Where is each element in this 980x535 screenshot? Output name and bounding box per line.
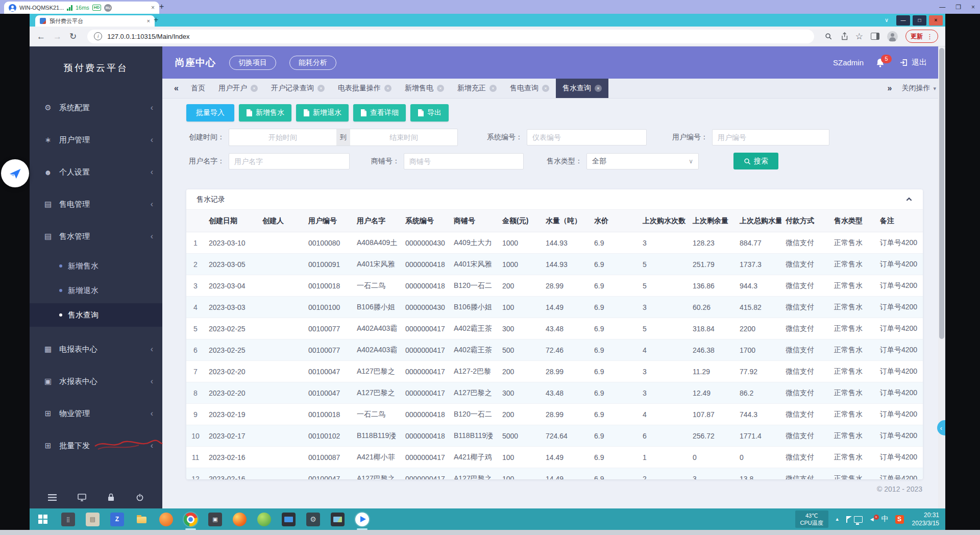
sidebar-item-water-sales[interactable]: ▤售水管理‹ (30, 225, 162, 248)
share-icon[interactable] (840, 32, 848, 40)
tab-close-icon[interactable]: × (542, 85, 549, 92)
monitor-icon[interactable] (78, 494, 86, 501)
browser-maximize-button[interactable]: □ (913, 15, 926, 26)
logout-button[interactable]: 退出 (900, 58, 927, 67)
profile-avatar[interactable] (887, 31, 898, 42)
lock-icon[interactable] (107, 493, 115, 501)
browser-menu-dots-icon[interactable]: ⋮ (926, 33, 933, 40)
address-bar[interactable]: i 127.0.0.1:10315/Main/Index (87, 30, 814, 43)
sidebar-item-system-config[interactable]: ⚙系统配置‹ (30, 96, 162, 119)
table-row[interactable]: 12023-03-1000100080A408A409土0000000430A4… (186, 232, 923, 254)
hamburger-menu-icon[interactable] (48, 494, 57, 501)
todesk-icon[interactable] (355, 513, 369, 526)
browser-close-button[interactable]: × (929, 15, 943, 26)
remote-maximize-button[interactable]: ❐ (955, 4, 961, 11)
reload-button[interactable]: ↻ (69, 32, 77, 41)
collapse-panel-icon[interactable] (905, 196, 913, 203)
table-row[interactable]: 42023-03-0300100100B106滕小姐0000000430B106… (186, 297, 923, 318)
remote-minimize-button[interactable]: — (939, 4, 945, 11)
search-button[interactable]: 搜索 (733, 153, 778, 169)
switch-project-button[interactable]: 切换项目 (229, 56, 276, 70)
ime-indicator[interactable]: 中 (881, 515, 889, 524)
back-button[interactable]: ← (37, 32, 45, 41)
browser-new-tab-button[interactable]: + (154, 15, 158, 25)
batch-import-button[interactable]: 批量导入 (186, 104, 234, 121)
tabs-scroll-right-icon[interactable]: » (882, 84, 898, 93)
remote-close-button[interactable]: × (971, 4, 975, 11)
network-display-icon[interactable] (854, 516, 863, 523)
tab-account-record-query[interactable]: 开户记录查询× (264, 79, 331, 98)
side-panel-icon[interactable] (871, 33, 879, 40)
view-details-button[interactable]: 查看详细 (353, 104, 406, 121)
tab-home[interactable]: 首页 (184, 79, 212, 98)
firefox-icon[interactable] (233, 513, 247, 526)
tab-close-icon[interactable]: × (595, 85, 602, 92)
browser-orange-icon[interactable] (159, 513, 173, 526)
session-close-icon[interactable]: × (151, 4, 155, 11)
flag-icon[interactable] (846, 516, 847, 523)
tabs-scroll-left-icon[interactable]: « (168, 84, 184, 93)
table-row[interactable]: 62023-02-2500100077A402A403霸0000000417A4… (186, 339, 923, 361)
energy-analysis-button[interactable]: 能耗分析 (289, 56, 336, 70)
taskbar-clock[interactable]: 20:31 2023/3/15 (912, 511, 939, 527)
site-info-icon[interactable]: i (94, 32, 102, 40)
forward-button[interactable]: → (53, 32, 62, 41)
update-button[interactable]: 更新 ⋮ (905, 30, 938, 43)
tab-close-icon[interactable]: × (317, 85, 325, 92)
user-no-input[interactable] (712, 129, 829, 145)
file-explorer-icon[interactable] (135, 513, 149, 526)
tray-expand-icon[interactable]: ▲ (835, 517, 840, 522)
table-row[interactable]: 112023-02-1600100087A421椰小菲0000000417A42… (186, 447, 923, 468)
table-row[interactable]: 22023-03-0500100091A401宋风雅0000000418A401… (186, 254, 923, 275)
tab-water-sale-query[interactable]: 售水查询× (556, 79, 608, 98)
table-row[interactable]: 102023-02-1700100102B118B119溇0000000418B… (186, 425, 923, 447)
settings-app-icon[interactable]: ⚙ (306, 513, 320, 526)
browser-tab[interactable]: 预付费云平台 × (35, 15, 155, 27)
start-button[interactable] (33, 508, 53, 530)
new-session-button[interactable]: + (159, 2, 164, 11)
terminal-app-icon[interactable]: Z (110, 513, 124, 526)
add-water-sale-button[interactable]: 新增售水 (239, 104, 291, 121)
table-row[interactable]: 92023-02-1900100018一石二鸟0000000418B120一石二… (186, 404, 923, 425)
add-water-refund-button[interactable]: 新增退水 (296, 104, 349, 121)
water-type-select[interactable]: 全部 ∨ (586, 153, 699, 169)
export-button[interactable]: 导出 (410, 104, 449, 121)
vertical-scrollbar[interactable] (938, 46, 945, 508)
table-row[interactable]: 52023-02-2500100077A402A403霸0000000417A4… (186, 318, 923, 339)
sidebar-item-electric-report-center[interactable]: ▦电报表中心‹ (30, 338, 162, 360)
remote-monitor-app-icon[interactable] (282, 513, 296, 526)
volume-muted-icon[interactable]: ◄× (869, 516, 875, 522)
sidebar-item-water-report-center[interactable]: ▣水报表中心‹ (30, 370, 162, 393)
tab-add-reversal[interactable]: 新增充正× (451, 79, 503, 98)
display-app-icon[interactable] (331, 513, 345, 526)
table-row[interactable]: 82023-02-2000100047A127巴黎之0000000417A127… (186, 382, 923, 404)
browser-minimize-button[interactable]: — (896, 15, 910, 26)
system-no-input[interactable] (527, 129, 647, 145)
sogou-input-icon[interactable]: S (895, 515, 904, 524)
end-time-input[interactable] (350, 129, 457, 145)
power-icon[interactable] (136, 493, 144, 501)
tab-close-icon[interactable]: × (437, 85, 444, 92)
zoom-icon[interactable] (825, 33, 832, 40)
table-row[interactable]: 122023-02-1600100047A127巴黎之0000000417A12… (186, 468, 923, 480)
tab-user-account-opening[interactable]: 用户开户× (212, 79, 264, 98)
sidebar-item-electricity-sales[interactable]: ▤售电管理‹ (30, 193, 162, 215)
tab-close-icon[interactable]: × (384, 85, 391, 92)
sidebar-item-personal-settings[interactable]: ☻个人设置‹ (30, 161, 162, 183)
browser-tab-close-icon[interactable]: × (147, 18, 150, 24)
tab-meter-batch-operations[interactable]: 电表批量操作× (331, 79, 398, 98)
notifications-button[interactable]: 5 (876, 58, 885, 67)
tab-close-icon[interactable]: × (489, 85, 497, 92)
media-app-icon[interactable] (257, 513, 271, 526)
chrome-icon[interactable] (184, 513, 198, 526)
bookmark-star-icon[interactable]: ☆ (855, 32, 863, 41)
sidebar-item-water-sale-query[interactable]: 售水查询 (30, 303, 162, 327)
start-time-input[interactable] (229, 129, 336, 145)
sidebar-item-property-management[interactable]: ⊞物业管理‹ (30, 402, 162, 425)
input-method-app-icon[interactable]: ▣ (208, 513, 222, 526)
shop-no-input[interactable] (404, 153, 524, 169)
cpu-temp-widget[interactable]: 43℃ CPU温度 (795, 510, 828, 528)
table-row[interactable]: 32023-03-0400100018一石二鸟0000000418B120一石二… (186, 275, 923, 297)
user-name-input[interactable] (229, 153, 350, 169)
tab-add-electricity-sale[interactable]: 新增售电× (398, 79, 451, 98)
